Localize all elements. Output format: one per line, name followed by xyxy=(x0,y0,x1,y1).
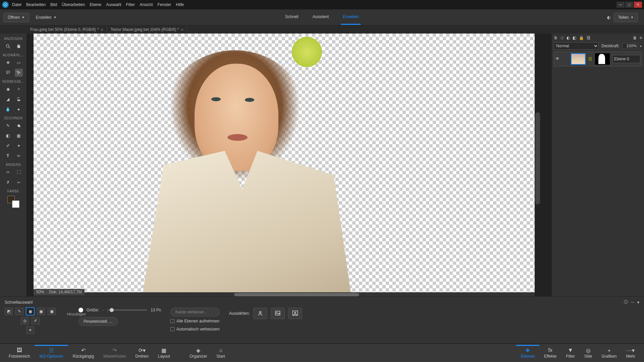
brush-settings-button[interactable]: Pinseleinstell. ... xyxy=(78,317,118,326)
bottombar-layout[interactable]: ▦Layout xyxy=(153,346,175,360)
eyedropper-tool-icon[interactable]: ✐ xyxy=(4,142,12,150)
slider-thumb[interactable] xyxy=(110,308,114,312)
clone-stamp-tool-icon[interactable] xyxy=(15,95,23,103)
crop-tool-icon[interactable]: ✂ xyxy=(4,168,12,176)
refine-edge-button[interactable]: Kante verbesse... xyxy=(170,308,220,316)
smart-brush-tool-icon[interactable]: ◢ xyxy=(4,95,12,103)
lasso-tool-icon[interactable] xyxy=(4,69,12,77)
content-aware-move-tool-icon[interactable]: ✗ xyxy=(4,178,12,186)
menu-fenster[interactable]: Fenster xyxy=(158,2,171,7)
lock-layer-icon[interactable]: 🔒 xyxy=(579,36,584,40)
selection-mode-new-icon[interactable]: ▣ xyxy=(26,308,34,315)
menu-bild[interactable]: Bild xyxy=(50,2,57,7)
mask-link-icon[interactable]: ⛓ xyxy=(588,57,592,61)
selection-mode-subtract-icon[interactable]: ▣ xyxy=(48,308,56,315)
opacity-input[interactable] xyxy=(622,43,638,49)
bottombar-filter[interactable]: ▼Filter xyxy=(561,346,580,360)
menu-ueberarbeiten[interactable]: Überarbeiten xyxy=(62,2,85,7)
select-sky-button[interactable] xyxy=(288,308,302,319)
spot-heal-tool-icon[interactable]: ✧ xyxy=(15,85,23,93)
tab-schnell[interactable]: Schnell xyxy=(283,10,300,25)
background-color-swatch[interactable] xyxy=(12,200,19,208)
brush-tool-icon[interactable]: ✎ xyxy=(4,122,12,130)
help-icon[interactable]: ⓘ xyxy=(624,299,628,305)
redeye-tool-icon[interactable]: ◉ xyxy=(4,85,12,93)
close-tab-icon[interactable]: ✕ xyxy=(101,28,103,32)
maximize-button[interactable]: □ xyxy=(625,2,633,8)
bottombar-grafiken[interactable]: ＋Grafiken xyxy=(597,346,621,360)
sponge-tool-icon[interactable]: ● xyxy=(15,105,23,113)
adjustment-layer-icon[interactable]: ◐ xyxy=(567,36,570,40)
blur-tool-icon[interactable]: 💧 xyxy=(4,105,12,113)
bottombar-rotate[interactable]: ⟳▾Drehen xyxy=(130,346,153,360)
shape-tool-icon[interactable]: ✦ xyxy=(15,142,23,150)
menu-ansicht[interactable]: Ansicht xyxy=(140,2,153,7)
mask-icon[interactable]: ◧ xyxy=(573,36,576,40)
zoom-tool-icon[interactable] xyxy=(4,42,12,50)
bottombar-ebenen[interactable]: ❖Ebenen xyxy=(516,345,539,360)
bottombar-effekte[interactable]: fxEffekte xyxy=(539,346,561,360)
bottombar-stile[interactable]: ◎Stile xyxy=(580,346,597,360)
tab-erweitert[interactable]: Erweitert xyxy=(341,10,361,25)
bottombar-fotobereich[interactable]: 🖼Fotobereich xyxy=(4,346,35,360)
selection-tool-variant-c-icon[interactable]: ◎ xyxy=(21,317,29,324)
minimize-button[interactable]: ─ xyxy=(616,2,625,8)
sample-all-layers-checkbox[interactable]: Alle Ebenen aufnehmen xyxy=(170,319,220,323)
link-layers-icon[interactable]: ⛓ xyxy=(587,36,591,40)
close-tab-icon[interactable]: ✕ xyxy=(181,28,183,32)
new-layer-icon[interactable]: 🗎 xyxy=(554,36,558,40)
move-tool-icon[interactable]: ✥ xyxy=(4,59,12,67)
select-background-button[interactable] xyxy=(271,308,285,319)
selection-mode-add-icon[interactable]: ▣ xyxy=(37,308,45,315)
panel-menu-icon[interactable]: ⋯ xyxy=(631,300,635,305)
horizontal-scrollbar[interactable] xyxy=(34,292,535,296)
selection-tool-variant-a-icon[interactable]: ◩ xyxy=(5,308,13,315)
close-button[interactable]: ✕ xyxy=(634,2,642,8)
vertical-scrollbar[interactable] xyxy=(535,112,540,204)
bottombar-mehr[interactable]: ⋯▾Mehr xyxy=(622,346,640,360)
select-subject-button[interactable] xyxy=(253,308,267,319)
selection-tool-variant-b-icon[interactable]: ✎ xyxy=(15,308,23,315)
theme-toggle-icon[interactable]: ◐ xyxy=(607,15,610,20)
bottombar-undo[interactable]: ↶Rückgängig xyxy=(68,346,99,360)
menu-ebene[interactable]: Ebene xyxy=(90,2,101,7)
bottombar-redo[interactable]: ↷Wiederholen xyxy=(99,346,130,360)
share-button[interactable]: Teilen▼ xyxy=(614,13,638,22)
layer-row[interactable]: 👁 ⛓ Ebene 0 xyxy=(554,52,642,66)
color-swatches[interactable] xyxy=(7,196,19,208)
pencil-tool-icon[interactable]: ✏ xyxy=(15,152,23,160)
layer-name-field[interactable]: Ebene 0 xyxy=(612,55,640,63)
layer-visibility-icon[interactable]: 👁 xyxy=(555,56,561,62)
layer-thumbnail[interactable] xyxy=(571,53,586,65)
tab-assistent[interactable]: Assistent xyxy=(311,10,331,25)
bottombar-organizer[interactable]: ◈Organizer xyxy=(185,346,212,360)
menu-auswahl[interactable]: Auswahl xyxy=(106,2,121,7)
new-group-icon[interactable]: ⊞ xyxy=(560,36,564,40)
canvas-area[interactable]: 50% Dok: 14,4M/17,7M xyxy=(27,34,551,296)
straighten-tool-icon[interactable]: ═ xyxy=(15,178,23,186)
document-tab-active[interactable]: Frau.jpeg bei 50% (Ebene 0, RGB/8) * ✕ xyxy=(27,26,107,33)
auto-enhance-checkbox[interactable]: Automatisch verbessern xyxy=(170,327,220,331)
scrollbar-thumb[interactable] xyxy=(234,293,360,296)
panel-menu-icon[interactable]: ≡ xyxy=(640,36,642,40)
menu-bearbeiten[interactable]: Bearbeiten xyxy=(26,2,46,7)
bottombar-start[interactable]: ⌂Start xyxy=(212,346,230,360)
quick-selection-tool-icon[interactable] xyxy=(15,69,23,77)
eraser-tool-icon[interactable]: ◧ xyxy=(4,132,12,140)
paint-bucket-tool-icon[interactable] xyxy=(15,122,23,130)
hand-tool-icon[interactable] xyxy=(15,42,23,50)
delete-layer-icon[interactable]: 🗑 xyxy=(633,36,637,40)
menu-filter[interactable]: Filter xyxy=(126,2,135,7)
marquee-tool-icon[interactable]: ▭ xyxy=(15,59,23,67)
gradient-tool-icon[interactable]: ▦ xyxy=(15,132,23,140)
recompose-tool-icon[interactable]: ⛶ xyxy=(15,168,23,176)
document-tab[interactable]: Textur Mauer.jpeg bei 104% (RGB/8) * ✕ xyxy=(107,26,187,33)
menu-datei[interactable]: Datei xyxy=(12,2,21,7)
create-button[interactable]: Erstellen▼ xyxy=(32,13,61,22)
size-slider[interactable] xyxy=(107,309,147,311)
open-button[interactable]: Öffnen▼ xyxy=(3,13,29,22)
menu-hilfe[interactable]: Hilfe xyxy=(176,2,184,7)
layer-mask-thumbnail[interactable] xyxy=(595,53,610,65)
type-tool-icon[interactable]: T xyxy=(4,152,12,160)
chevron-down-icon[interactable]: ▸ xyxy=(640,44,642,48)
